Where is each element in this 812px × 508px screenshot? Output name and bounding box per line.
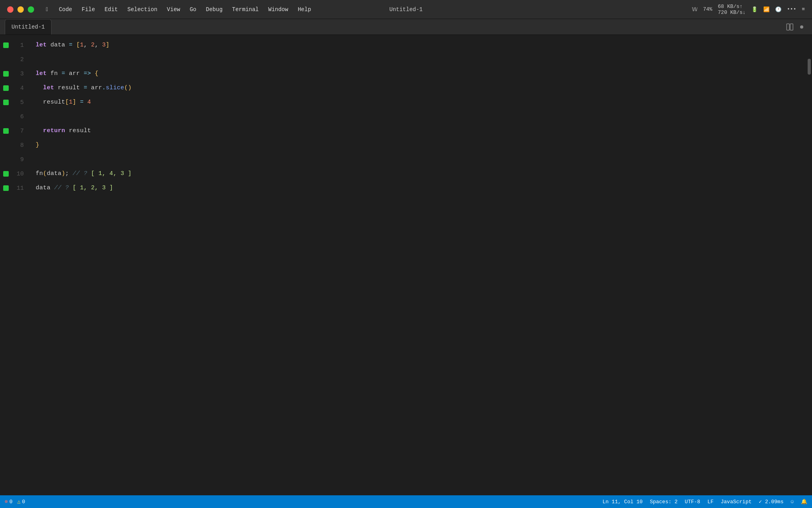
tab-actions: [786, 23, 812, 31]
split-editor-button[interactable]: [786, 23, 794, 31]
table-row: 6: [0, 110, 806, 124]
menu-bar:  Code File Edit Selection View Go Debug…: [42, 5, 315, 14]
feedback-icon[interactable]: ☺: [791, 499, 794, 505]
table-row: 7 return result: [0, 124, 806, 138]
menu-selection[interactable]: Selection: [123, 5, 161, 14]
battery-percent: 74%: [703, 6, 712, 12]
line-number: 2: [12, 56, 32, 63]
status-bar: ⊗ 0 △ 0 Ln 11, Col 10 Spaces: 2 UTF-8 LF…: [0, 495, 812, 508]
scrollbar-track[interactable]: [806, 35, 812, 495]
svg-rect-0: [787, 24, 789, 30]
extras-icon: •••: [787, 6, 796, 12]
breakpoint-dot: [3, 100, 9, 105]
line-number: 8: [12, 142, 32, 149]
line-number: 11: [12, 185, 32, 192]
table-row: 10fn(data); // ? [ 1, 4, 3 ]: [0, 167, 806, 181]
tab-bar: Untitled-1: [0, 19, 812, 35]
warning-icon: △: [17, 498, 21, 505]
svg-rect-1: [790, 24, 793, 30]
breakpoint-dot: [3, 71, 9, 77]
encoding[interactable]: UTF-8: [685, 499, 700, 505]
warning-count[interactable]: △ 0: [17, 498, 25, 505]
editor-tab[interactable]: Untitled-1: [5, 19, 52, 35]
maximize-button[interactable]: [28, 6, 34, 13]
menu-debug[interactable]: Debug: [202, 5, 226, 14]
editor-area: 1let data = [1, 2, 3]23let fn = arr => {…: [0, 35, 812, 495]
close-button[interactable]: [7, 6, 13, 13]
svg-point-2: [800, 25, 803, 29]
code-content[interactable]: }: [32, 138, 806, 152]
clock-icon: 🕐: [775, 6, 781, 13]
gutter-dot: [0, 71, 12, 77]
table-row: 3let fn = arr => {: [0, 67, 806, 81]
gutter-dot: [0, 100, 12, 105]
error-icon: ⊗: [5, 498, 8, 505]
status-left: ⊗ 0 △ 0: [5, 498, 25, 505]
breakpoint-dot: [3, 85, 9, 91]
table-row: 1let data = [1, 2, 3]: [0, 38, 806, 52]
minimize-button[interactable]: [17, 6, 24, 13]
table-row: 9: [0, 152, 806, 167]
title-bar:  Code File Edit Selection View Go Debug…: [0, 0, 812, 19]
menu-terminal[interactable]: Terminal: [228, 5, 262, 14]
timing: ✓ 2.09ms: [759, 498, 783, 505]
battery-icon: 🔋: [751, 6, 758, 13]
gutter-dot: [0, 85, 12, 91]
table-row: 2: [0, 52, 806, 67]
vscode-icon: 𝕎: [692, 6, 697, 13]
menu-edit[interactable]: Edit: [101, 5, 122, 14]
menu-view[interactable]: View: [163, 5, 184, 14]
table-row: 8}: [0, 138, 806, 152]
code-content[interactable]: let fn = arr => {: [32, 67, 806, 81]
code-content[interactable]: return result: [32, 124, 806, 138]
window-title: Untitled-1: [389, 6, 423, 13]
tab-label: Untitled-1: [11, 24, 45, 30]
gutter-dot: [0, 42, 12, 48]
network-speed: 68 KB/s↑ 720 KB/s↓: [718, 4, 746, 15]
line-number: 9: [12, 156, 32, 163]
cursor-position[interactable]: Ln 11, Col 10: [602, 499, 642, 505]
line-number: 4: [12, 85, 32, 92]
code-content[interactable]: data // ? [ 1, 2, 3 ]: [32, 181, 806, 195]
gutter-dot: [0, 171, 12, 177]
menu-file[interactable]: File: [78, 5, 99, 14]
line-ending[interactable]: LF: [707, 499, 714, 505]
code-content[interactable]: let result = arr.slice(): [32, 81, 806, 95]
code-content[interactable]: let data = [1, 2, 3]: [32, 38, 806, 52]
code-content[interactable]: fn(data); // ? [ 1, 4, 3 ]: [32, 167, 806, 181]
line-number: 1: [12, 42, 32, 49]
error-count[interactable]: ⊗ 0: [5, 498, 13, 505]
breakpoint-dot: [3, 171, 9, 177]
indentation[interactable]: Spaces: 2: [650, 499, 678, 505]
line-number: 5: [12, 99, 32, 106]
menu-code[interactable]: Code: [55, 5, 76, 14]
table-row: 5 result[1] = 4: [0, 95, 806, 110]
table-row: 11data // ? [ 1, 2, 3 ]: [0, 181, 806, 195]
title-bar-right: 𝕎 74% 68 KB/s↑ 720 KB/s↓ 🔋 📶 🕐 ••• ≡: [692, 4, 812, 15]
table-row: 4 let result = arr.slice(): [0, 81, 806, 95]
notification-icon[interactable]: 🔔: [801, 498, 807, 505]
wifi-icon: 📶: [763, 6, 770, 13]
status-right: Ln 11, Col 10 Spaces: 2 UTF-8 LF JavaScr…: [602, 498, 807, 505]
code-content[interactable]: result[1] = 4: [32, 95, 806, 110]
gutter-dot: [0, 185, 12, 191]
line-number: 6: [12, 114, 32, 120]
list-icon: ≡: [802, 6, 805, 12]
language-mode[interactable]: JavaScript: [721, 499, 752, 505]
line-number: 10: [12, 171, 32, 177]
breakpoint-dot: [3, 128, 9, 134]
menu-go[interactable]: Go: [186, 5, 200, 14]
menu-window[interactable]: Window: [264, 5, 292, 14]
scrollbar-thumb[interactable]: [808, 59, 811, 75]
code-lines: 1let data = [1, 2, 3]23let fn = arr => {…: [0, 35, 806, 495]
line-number: 3: [12, 71, 32, 77]
breakpoint-dot: [3, 185, 9, 191]
gutter-dot: [0, 128, 12, 134]
menu-apple[interactable]: : [42, 5, 53, 14]
traffic-lights: [0, 6, 34, 13]
menu-help[interactable]: Help: [294, 5, 315, 14]
unsaved-indicator: [798, 23, 806, 31]
line-number: 7: [12, 128, 32, 135]
breakpoint-dot: [3, 42, 9, 48]
